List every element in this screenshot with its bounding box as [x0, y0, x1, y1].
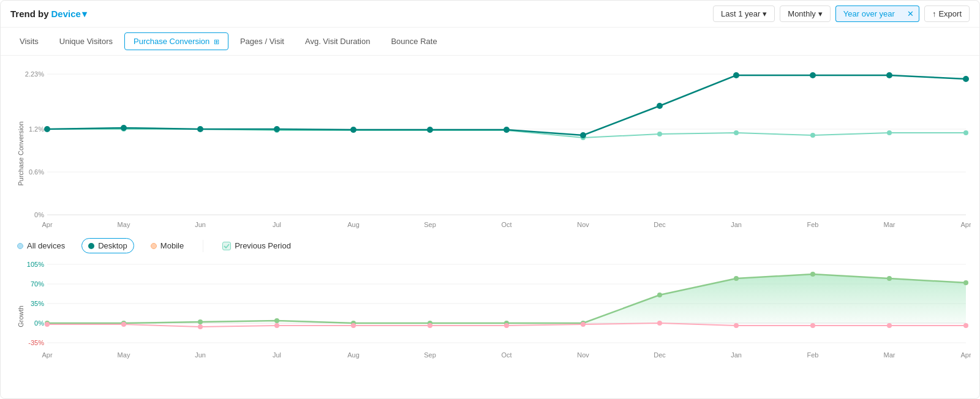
growth-x-feb: Feb	[807, 351, 819, 359]
tab-avg-visit-duration[interactable]: Avg. Visit Duration	[296, 32, 379, 50]
y-label-2-23: 2.23%	[25, 70, 44, 78]
device-label: Device	[51, 9, 81, 19]
growth-x-jan: Jan	[731, 351, 742, 359]
growth-x-aug: Aug	[347, 351, 360, 359]
x-label-nov: Nov	[577, 221, 589, 228]
tab-purchase-conversion[interactable]: Purchase Conversion ⊞	[124, 32, 228, 50]
legend-previous-period[interactable]: Previous Period	[216, 238, 298, 253]
legend-desktop[interactable]: Desktop	[81, 238, 134, 253]
last-year-dropdown[interactable]: Last 1 year ▾	[713, 6, 775, 22]
main-chart-area: Purchase Conversion 2.23% 1.2% 0.6% 0% A…	[1, 56, 979, 233]
desktop-dot-nov	[580, 132, 586, 138]
pp-dot-jan	[734, 130, 739, 135]
desktop-dot-apr2	[963, 76, 969, 82]
growth-y-70: 70%	[31, 280, 44, 288]
export-label: Export	[938, 9, 962, 18]
growth-chart: Growth 105% 70% 35% 0% -35% Apr May Jun …	[10, 258, 970, 375]
ppg-dot-apr2	[963, 323, 968, 328]
growth-x-oct: Oct	[501, 351, 511, 359]
purchase-conversion-chart: Purchase Conversion 2.23% 1.2% 0.6% 0% A…	[10, 56, 970, 233]
growth-y-neg35: -35%	[28, 339, 44, 346]
monthly-label: Monthly	[788, 9, 816, 18]
device-chevron-icon: ▾	[82, 9, 87, 20]
export-icon: ↑	[932, 9, 937, 18]
pp-dot-apr2	[963, 130, 968, 135]
growth-area-fill	[583, 274, 966, 323]
x-label-jun: Jun	[195, 221, 206, 228]
ppg-dot-feb	[810, 323, 815, 328]
dg-dot-feb	[810, 272, 815, 277]
all-devices-label: All devices	[27, 241, 65, 250]
dg-dot-mar	[887, 276, 892, 281]
previous-period-label: Previous Period	[235, 241, 291, 250]
year-over-year-filter: Year over year ✕	[835, 6, 919, 22]
desktop-dot-feb	[810, 72, 816, 78]
device-filter-link[interactable]: Device ▾	[51, 9, 87, 20]
growth-x-apr2: Apr	[960, 351, 971, 359]
ppg-dot-dec	[657, 321, 662, 326]
ppg-dot-jun	[198, 324, 203, 329]
purchase-conversion-icon: ⊞	[214, 38, 219, 45]
x-label-jan: Jan	[731, 221, 742, 228]
legend-divider	[203, 240, 203, 252]
dg-dot-jul	[274, 318, 279, 323]
x-label-apr1: Apr	[42, 221, 52, 228]
monthly-chevron-icon: ▾	[818, 9, 823, 18]
header-title: Trend by Device ▾	[10, 9, 87, 20]
tab-bounce-rate-label: Bounce Rate	[391, 37, 437, 46]
desktop-line	[47, 75, 966, 135]
desktop-dot-apr	[44, 126, 50, 132]
year-over-year-label: Year over year	[835, 6, 902, 22]
desktop-dot-jun	[197, 126, 203, 132]
dg-dot-jun	[198, 319, 203, 324]
ppg-dot-apr	[45, 322, 50, 327]
year-over-year-close-button[interactable]: ✕	[902, 6, 919, 22]
x-label-feb: Feb	[807, 221, 819, 228]
growth-svg: Growth 105% 70% 35% 0% -35% Apr May Jun …	[10, 258, 971, 375]
growth-x-jul: Jul	[273, 351, 281, 359]
mobile-dot	[151, 243, 157, 249]
tab-visits[interactable]: Visits	[10, 32, 48, 50]
purchase-conversion-svg: Purchase Conversion 2.23% 1.2% 0.6% 0% A…	[10, 56, 971, 233]
x-label-oct: Oct	[501, 221, 511, 228]
ppg-dot-may	[121, 322, 126, 327]
growth-chart-area: Growth 105% 70% 35% 0% -35% Apr May Jun …	[1, 258, 979, 375]
tab-pages-visit-label: Pages / Visit	[240, 37, 284, 46]
desktop-dot-aug	[350, 127, 356, 133]
desktop-label: Desktop	[98, 241, 127, 250]
desktop-dot-dec	[657, 103, 663, 109]
y-label-0-6: 0.6%	[29, 168, 44, 176]
growth-y-0: 0%	[34, 319, 44, 327]
legend-all-devices[interactable]: All devices	[10, 238, 72, 253]
growth-y-axis-label: Growth	[17, 305, 24, 327]
desktop-dot-mar	[886, 72, 892, 78]
tab-unique-visitors[interactable]: Unique Visitors	[50, 32, 122, 50]
growth-x-jun: Jun	[195, 351, 206, 359]
monthly-dropdown[interactable]: Monthly ▾	[780, 6, 831, 22]
y-axis-label: Purchase Conversion	[17, 121, 24, 185]
pp-dot-feb	[810, 133, 815, 138]
ppg-dot-sep	[428, 323, 432, 328]
last-year-chevron-icon: ▾	[763, 9, 767, 18]
growth-x-dec: Dec	[654, 351, 666, 359]
y-label-0: 0%	[34, 211, 44, 218]
ppg-dot-jan	[734, 323, 739, 328]
ppg-dot-mar	[887, 323, 892, 328]
desktop-dot-jan	[733, 72, 739, 78]
growth-x-sep: Sep	[424, 351, 436, 359]
export-button[interactable]: ↑ Export	[924, 6, 970, 22]
dg-dot-dec	[657, 293, 662, 297]
tab-avg-visit-duration-label: Avg. Visit Duration	[305, 37, 370, 46]
chart-legend: All devices Desktop Mobile Previous Peri…	[1, 233, 979, 258]
pp-dot-mar	[887, 130, 892, 135]
mobile-label: Mobile	[160, 241, 184, 250]
dg-dot-jan	[734, 276, 739, 281]
x-label-may: May	[118, 221, 130, 228]
growth-x-nov: Nov	[577, 351, 589, 359]
tab-pages-visit[interactable]: Pages / Visit	[231, 32, 293, 50]
tab-bounce-rate[interactable]: Bounce Rate	[382, 32, 446, 50]
x-label-aug: Aug	[347, 221, 360, 228]
growth-x-may: May	[118, 351, 130, 359]
desktop-dot-jul	[274, 126, 280, 132]
legend-mobile[interactable]: Mobile	[144, 238, 190, 253]
